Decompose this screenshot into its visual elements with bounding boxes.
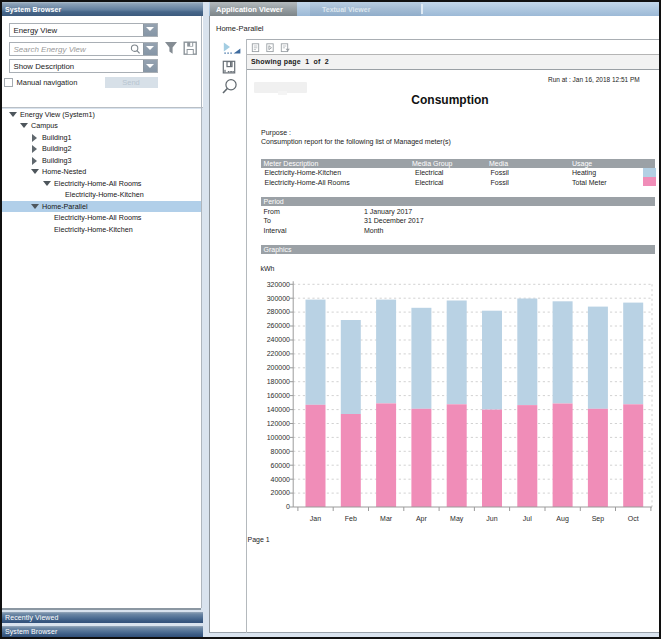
svg-text:220000: 220000 [267,350,290,357]
svg-text:Oct: Oct [628,515,639,522]
svg-text:May: May [450,515,464,523]
svg-text:120000: 120000 [267,420,290,427]
svg-text:240000: 240000 [267,336,290,343]
svg-text:60000: 60000 [271,462,291,469]
svg-text:180000: 180000 [267,378,290,385]
svg-text:Jun: Jun [486,515,497,522]
svg-text:160000: 160000 [267,392,290,399]
svg-text:Apr: Apr [416,515,428,523]
svg-text:40000: 40000 [271,476,291,483]
svg-text:Aug: Aug [556,515,569,523]
svg-text:Jan: Jan [310,515,321,522]
svg-text:320000: 320000 [267,281,290,288]
svg-text:300000: 300000 [267,295,290,302]
svg-text:0: 0 [286,503,290,510]
svg-text:Sep: Sep [592,515,605,523]
svg-text:280000: 280000 [267,308,290,315]
svg-text:Jul: Jul [523,515,532,522]
svg-text:140000: 140000 [267,406,290,413]
svg-text:Mar: Mar [380,515,393,522]
svg-text:260000: 260000 [267,322,290,329]
svg-text:200000: 200000 [267,364,290,371]
svg-text:Feb: Feb [345,515,357,522]
svg-text:20000: 20000 [271,489,291,496]
svg-text:80000: 80000 [271,448,291,455]
svg-text:100000: 100000 [267,434,290,441]
